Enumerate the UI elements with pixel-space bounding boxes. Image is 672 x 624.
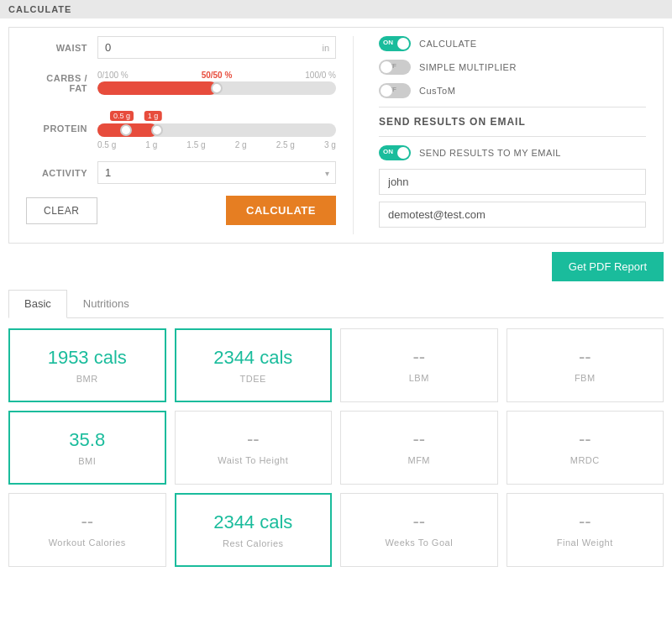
card-fbm-label: FBM: [516, 373, 655, 383]
send-results-title: SEND RESULTS ON EMAIL: [379, 116, 646, 128]
divider-2: [379, 136, 646, 137]
protein-thumb-1[interactable]: 0.5 g: [120, 124, 132, 136]
card-mrdc: -- MRDC: [507, 411, 664, 485]
activity-label: ACTIVITY: [26, 168, 97, 178]
carbsfat-label: CARBS / FAT: [26, 73, 97, 93]
protein-label-2: 1.5 g: [186, 140, 205, 149]
card-rest-calories: 2344 cals Rest Calories: [175, 493, 333, 567]
toggle-send-row: ON SEND RESULTS TO MY EMAIL: [379, 145, 646, 160]
protein-slider-section: 0.5 g 1 g 0.5 g 1 g 1.5 g 2 g: [97, 107, 336, 149]
protein-track[interactable]: 0.5 g 1 g: [97, 123, 336, 137]
toggle-send[interactable]: ON: [379, 145, 411, 160]
protein-label-0: 0.5 g: [97, 140, 116, 149]
card-waist-height-value: --: [184, 428, 323, 450]
header-title: CALCULATE: [8, 4, 71, 14]
card-waist-height-label: Waist To Height: [184, 455, 323, 465]
card-workout-calories-value: --: [18, 511, 157, 532]
calculate-button[interactable]: CALCULATE: [226, 196, 336, 225]
toggle-custom-row: OFF CusToM: [379, 83, 646, 98]
card-fbm-value: --: [516, 346, 655, 368]
cards-grid: 1953 cals BMR 2344 cals TDEE -- LBM -- F…: [8, 328, 664, 567]
right-panel: ON CALCULATE OFF SIMPLE MULTIPLIER OFF: [362, 36, 646, 234]
pdf-button[interactable]: Get PDF Report: [552, 252, 664, 281]
toggle-custom[interactable]: OFF: [379, 83, 411, 98]
card-mfm-label: MFM: [349, 455, 489, 465]
carbsfat-fill: [97, 81, 217, 95]
waist-label: WAIST: [26, 43, 97, 53]
left-panel: WAIST in CARBS / FAT 0/100 % 50/50 % 100…: [26, 36, 354, 234]
card-bmr-value: 1953 cals: [18, 347, 156, 369]
carbsfat-label-50: 50/50 %: [200, 71, 234, 80]
carbsfat-thumb[interactable]: [211, 82, 223, 94]
email-input[interactable]: [379, 202, 646, 228]
toggle-simple-label: SIMPLE MULTIPLIER: [419, 62, 517, 72]
protein-label-1: 1 g: [145, 140, 157, 149]
card-bmi: 35.8 BMI: [8, 411, 166, 485]
card-lbm-label: LBM: [349, 373, 489, 383]
activity-row: ACTIVITY 1 1.2 1.375 1.55 1.725 1.9 ▾: [26, 161, 336, 184]
toggle-simple-row: OFF SIMPLE MULTIPLIER: [379, 60, 646, 75]
card-mfm-value: --: [349, 428, 489, 450]
protein-bubble-2: 1 g: [144, 111, 162, 121]
card-lbm: -- LBM: [340, 328, 498, 402]
form-section: WAIST in CARBS / FAT 0/100 % 50/50 % 100…: [8, 27, 664, 244]
tabs-row: Basic Nutritions: [8, 290, 664, 318]
activity-select[interactable]: 1 1.2 1.375 1.55 1.725 1.9: [97, 161, 336, 184]
protein-label: PROTEIN: [26, 123, 97, 134]
protein-label-3: 2 g: [235, 140, 247, 149]
card-final-weight-label: Final Weight: [516, 537, 655, 548]
card-bmi-value: 35.8: [18, 429, 156, 451]
card-mrdc-value: --: [516, 428, 655, 450]
carbsfat-top-labels: 0/100 % 50/50 % 100/0 %: [97, 71, 336, 80]
waist-input[interactable]: [97, 36, 336, 59]
card-waist-height: -- Waist To Height: [175, 411, 333, 485]
card-final-weight-value: --: [516, 511, 655, 532]
toggle-simple[interactable]: OFF: [379, 60, 411, 75]
card-weeks-goal-value: --: [349, 511, 489, 532]
protein-label-4: 2.5 g: [276, 140, 295, 149]
card-fbm: -- FBM: [507, 328, 664, 402]
card-tdee-label: TDEE: [185, 374, 323, 384]
protein-label-5: 3 g: [324, 140, 336, 149]
results-section: Get PDF Report Basic Nutritions 1953 cal…: [8, 252, 664, 567]
name-input[interactable]: [379, 169, 646, 195]
card-tdee: 2344 cals TDEE: [175, 328, 333, 402]
clear-button[interactable]: CLEAR: [26, 197, 97, 224]
tab-basic[interactable]: Basic: [8, 290, 67, 318]
carbsfat-track[interactable]: [97, 81, 336, 95]
card-bmr: 1953 cals BMR: [8, 328, 166, 402]
card-lbm-value: --: [349, 346, 489, 368]
toggle-custom-label: CusToM: [419, 86, 455, 96]
activity-select-wrap: 1 1.2 1.375 1.55 1.725 1.9 ▾: [97, 161, 336, 184]
card-mrdc-label: MRDC: [516, 455, 655, 465]
main-container: CALCULATE WAIST in CARBS / FAT 0/100 % 5…: [0, 0, 672, 624]
protein-labels-bottom: 0.5 g 1 g 1.5 g 2 g 2.5 g 3 g: [97, 140, 336, 149]
toggle-calculate[interactable]: ON: [379, 36, 411, 51]
protein-bubble-1: 0.5 g: [110, 111, 134, 121]
tab-nutritions[interactable]: Nutritions: [67, 290, 145, 317]
carbsfat-slider-section: 0/100 % 50/50 % 100/0 %: [97, 71, 336, 95]
card-final-weight: -- Final Weight: [507, 493, 664, 567]
toggle-custom-knob: [381, 85, 392, 97]
toggle-calculate-knob: [397, 38, 409, 50]
divider-1: [379, 107, 646, 107]
waist-unit: in: [322, 43, 329, 53]
card-bmi-label: BMI: [18, 456, 156, 466]
protein-thumb-2[interactable]: 1 g: [151, 124, 163, 136]
card-workout-calories: -- Workout Calories: [8, 493, 166, 567]
card-mfm: -- MFM: [340, 411, 498, 485]
card-weeks-goal-label: Weeks To Goal: [349, 537, 489, 548]
top-header: CALCULATE: [0, 0, 672, 18]
toggle-calculate-row: ON CALCULATE: [379, 36, 646, 51]
toggle-send-label: SEND RESULTS TO MY EMAIL: [419, 148, 561, 158]
pdf-btn-row: Get PDF Report: [8, 252, 664, 281]
carbsfat-row: CARBS / FAT 0/100 % 50/50 % 100/0 %: [26, 71, 336, 95]
buttons-row: CLEAR CALCULATE: [26, 196, 336, 225]
waist-row: WAIST in: [26, 36, 336, 59]
card-workout-calories-label: Workout Calories: [18, 537, 157, 548]
toggle-send-knob: [397, 147, 409, 159]
protein-row: PROTEIN 0.5 g 1 g: [26, 107, 336, 149]
card-tdee-value: 2344 cals: [185, 347, 323, 369]
card-bmr-label: BMR: [18, 374, 156, 384]
toggle-simple-knob: [381, 61, 392, 73]
